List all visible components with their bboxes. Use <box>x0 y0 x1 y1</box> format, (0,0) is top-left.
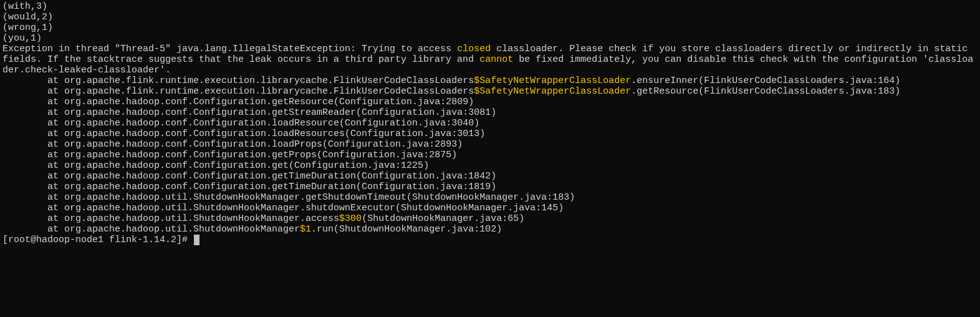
stacktrace-text: org.apache.hadoop.util.ShutdownHookManag… <box>64 213 339 224</box>
stacktrace-line: at org.apache.hadoop.conf.Configuration.… <box>2 107 496 118</box>
stacktrace-text: org.apache.hadoop.conf.Configuration.get… <box>64 160 429 171</box>
stacktrace-text: $300 <box>339 213 362 224</box>
stacktrace-text: $SafetyNetWrapperClassLoader <box>474 86 631 97</box>
stacktrace-text: org.apache.hadoop.conf.Configuration.get… <box>64 150 457 160</box>
stacktrace-text: org.apache.hadoop.conf.Configuration.loa… <box>64 129 485 139</box>
stacktrace-line: at org.apache.hadoop.conf.Configuration.… <box>2 139 463 150</box>
cursor-icon <box>194 235 199 245</box>
stacktrace-text: .ensureInner(FlinkUserCodeClassLoaders.j… <box>631 76 900 86</box>
stacktrace-text: (ShutdownHookManager.java:65) <box>362 213 524 224</box>
stacktrace-line: at org.apache.hadoop.conf.Configuration.… <box>2 171 496 182</box>
stacktrace-line: at org.apache.hadoop.util.ShutdownHookMa… <box>2 213 524 224</box>
stacktrace-line: at org.apache.flink.runtime.execution.li… <box>2 76 900 86</box>
stacktrace-text: org.apache.hadoop.conf.Configuration.loa… <box>64 139 463 150</box>
stacktrace-text: .run(ShutdownHookManager.java:102) <box>311 224 502 235</box>
stacktrace-text: org.apache.flink.runtime.execution.libra… <box>64 86 474 97</box>
stacktrace-text: org.apache.hadoop.conf.Configuration.get… <box>64 182 496 192</box>
stacktrace-line: at org.apache.hadoop.util.ShutdownHookMa… <box>2 203 564 213</box>
output-line: (you,1) <box>2 33 42 44</box>
exception-header: Exception in thread "Thread-5" java.lang… <box>2 44 973 76</box>
exception-text: cannot <box>479 54 513 65</box>
stacktrace-text: org.apache.hadoop.util.ShutdownHookManag… <box>64 224 300 235</box>
output-line: (with,3) <box>2 1 47 12</box>
stacktrace-text: org.apache.hadoop.util.ShutdownHookManag… <box>64 203 564 213</box>
stacktrace-line: at org.apache.hadoop.conf.Configuration.… <box>2 97 474 107</box>
stacktrace-text: $1 <box>300 224 311 235</box>
output-line: (wrong,1) <box>2 22 53 33</box>
exception-text: closed <box>457 44 491 54</box>
stacktrace-text: org.apache.hadoop.conf.Configuration.get… <box>64 171 496 182</box>
stacktrace-text: .getResource(FlinkUserCodeClassLoaders.j… <box>631 86 900 97</box>
stacktrace-line: at org.apache.hadoop.util.ShutdownHookMa… <box>2 224 502 235</box>
stacktrace-line: at org.apache.hadoop.conf.Configuration.… <box>2 160 429 171</box>
stacktrace-text: org.apache.hadoop.conf.Configuration.loa… <box>64 118 479 129</box>
stacktrace-text: org.apache.hadoop.conf.Configuration.get… <box>64 97 474 107</box>
output-line: (would,2) <box>2 12 53 22</box>
shell-prompt[interactable]: [root@hadoop-node1 flink-1.14.2]# <box>2 235 193 245</box>
stacktrace-text: $SafetyNetWrapperClassLoader <box>474 76 631 86</box>
stacktrace-line: at org.apache.hadoop.conf.Configuration.… <box>2 150 457 160</box>
terminal-output[interactable]: (with,3) (would,2) (wrong,1) (you,1) Exc… <box>0 0 980 245</box>
stacktrace-line: at org.apache.hadoop.conf.Configuration.… <box>2 182 496 192</box>
stacktrace-text: org.apache.hadoop.util.ShutdownHookManag… <box>64 192 575 203</box>
stacktrace-text: org.apache.flink.runtime.execution.libra… <box>64 76 474 86</box>
stacktrace-line: at org.apache.flink.runtime.execution.li… <box>2 86 900 97</box>
stacktrace-line: at org.apache.hadoop.conf.Configuration.… <box>2 118 479 129</box>
exception-text: Exception in thread "Thread-5" java.lang… <box>2 44 457 54</box>
stacktrace-text: org.apache.hadoop.conf.Configuration.get… <box>64 107 496 118</box>
stacktrace-line: at org.apache.hadoop.conf.Configuration.… <box>2 129 485 139</box>
stacktrace-line: at org.apache.hadoop.util.ShutdownHookMa… <box>2 192 575 203</box>
